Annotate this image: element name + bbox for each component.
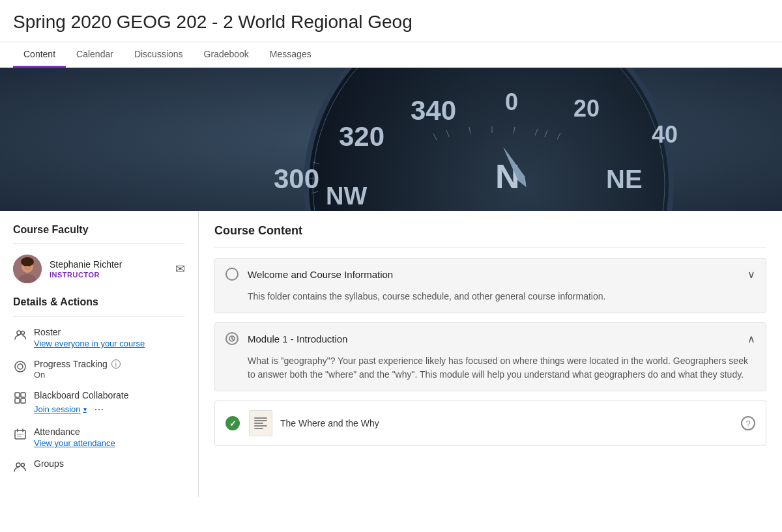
- item-doc-icon: [249, 410, 272, 436]
- folder-welcome-body: This folder contains the syllabus, cours…: [215, 290, 766, 313]
- svg-rect-37: [15, 393, 20, 397]
- attendance-content: Attendance View your attendance: [34, 427, 185, 448]
- svg-point-32: [29, 265, 30, 266]
- doc-line-5: [254, 428, 263, 429]
- roster-icon: [13, 328, 27, 342]
- tab-messages[interactable]: Messages: [259, 42, 322, 68]
- faculty-item: Stephanie Richter INSTRUCTOR ✉: [13, 255, 185, 283]
- folder-module1-title: Module 1 - Introduction: [248, 333, 747, 344]
- svg-point-47: [22, 464, 25, 467]
- content-area: Course Content Welcome and Course Inform…: [199, 211, 782, 497]
- bb-actions: Join session ▾ ···: [34, 402, 185, 416]
- progress-status: On: [34, 370, 45, 380]
- blackboard-icon: [13, 391, 27, 405]
- progress-info-icon[interactable]: i: [111, 359, 121, 369]
- svg-rect-38: [21, 393, 25, 397]
- folder-module1-chevron: ∧: [747, 333, 755, 345]
- roster-item: Roster View everyone in your course: [13, 327, 185, 348]
- item-help-icon[interactable]: ?: [741, 416, 755, 430]
- svg-text:N: N: [495, 158, 520, 195]
- folder-module1: Module 1 - Introduction ∧ What is "geogr…: [214, 322, 766, 391]
- groups-content: Groups: [34, 458, 185, 469]
- chevron-down-icon: ▾: [83, 406, 87, 413]
- module-icon-svg: [228, 335, 236, 343]
- tab-content[interactable]: Content: [13, 42, 66, 68]
- details-divider: [13, 316, 185, 316]
- progress-content: Progress Tracking i On: [34, 359, 185, 380]
- attendance-link[interactable]: View your attendance: [34, 438, 185, 448]
- banner-image: 300 320 340 0 20 40 NW N NE: [0, 68, 782, 211]
- doc-line-4: [254, 425, 267, 427]
- faculty-section-title: Course Faculty: [13, 224, 185, 236]
- attendance-icon: [13, 427, 27, 441]
- attendance-item: Attendance View your attendance: [13, 427, 185, 448]
- tab-calendar[interactable]: Calendar: [66, 42, 124, 68]
- attendance-label: Attendance: [34, 427, 185, 437]
- sidebar: Course Faculty: [0, 211, 199, 497]
- svg-rect-39: [15, 399, 20, 403]
- blackboard-content: Blackboard Collaborate Join session ▾ ··…: [34, 390, 185, 416]
- svg-text:20: 20: [573, 95, 600, 122]
- item-title-where-why: The Where and the Why: [280, 418, 741, 428]
- progress-label: Progress Tracking i: [34, 359, 185, 369]
- groups-icon: [13, 459, 27, 473]
- svg-text:NE: NE: [606, 165, 643, 193]
- compass-svg: 300 320 340 0 20 40 NW N NE: [0, 68, 782, 211]
- mail-icon[interactable]: ✉: [175, 262, 185, 276]
- doc-lines: [254, 416, 267, 430]
- svg-text:40: 40: [652, 121, 678, 148]
- svg-point-34: [22, 331, 25, 335]
- doc-line-2: [254, 420, 267, 421]
- roster-label: Roster: [34, 327, 185, 337]
- folder-welcome-icon: [225, 268, 239, 281]
- tab-gradebook[interactable]: Gradebook: [194, 42, 259, 68]
- folder-module1-icon: [225, 332, 239, 345]
- folder-module1-header[interactable]: Module 1 - Introduction ∧: [215, 323, 766, 354]
- svg-point-33: [17, 331, 21, 335]
- doc-line-1: [254, 417, 267, 419]
- avatar-svg: [13, 255, 42, 283]
- svg-line-50: [232, 339, 233, 340]
- groups-item: Groups: [13, 458, 185, 473]
- join-session-button[interactable]: Join session ▾: [34, 404, 87, 414]
- more-options-icon[interactable]: ···: [94, 402, 104, 416]
- folder-welcome-header[interactable]: Welcome and Course Information ∨: [215, 259, 766, 290]
- groups-label: Groups: [34, 458, 185, 469]
- svg-point-35: [15, 361, 25, 372]
- details-section: Details & Actions Roster View everyone i…: [13, 296, 185, 473]
- svg-text:0: 0: [505, 89, 518, 115]
- content-item-where-why[interactable]: ✓ The Where and the Why ?: [214, 400, 766, 446]
- details-title: Details & Actions: [13, 296, 185, 308]
- roster-link[interactable]: View everyone in your course: [34, 339, 185, 348]
- folder-welcome: Welcome and Course Information ∨ This fo…: [214, 258, 766, 313]
- faculty-role: INSTRUCTOR: [50, 271, 167, 279]
- tab-discussions[interactable]: Discussions: [124, 42, 194, 68]
- faculty-divider: [13, 244, 185, 244]
- svg-point-36: [18, 364, 23, 369]
- page-title: Spring 2020 GEOG 202 - 2 World Regional …: [13, 12, 769, 33]
- svg-text:NW: NW: [326, 182, 367, 210]
- faculty-name: Stephanie Richter: [50, 259, 167, 270]
- doc-line-3: [254, 423, 263, 424]
- avatar: [13, 255, 42, 283]
- folder-welcome-title: Welcome and Course Information: [248, 269, 747, 280]
- svg-rect-40: [21, 399, 25, 403]
- svg-text:320: 320: [339, 121, 384, 152]
- item-check-icon: ✓: [225, 416, 240, 430]
- svg-point-46: [16, 463, 20, 467]
- progress-item: Progress Tracking i On: [13, 359, 185, 380]
- roster-content: Roster View everyone in your course: [34, 327, 185, 348]
- svg-point-29: [21, 257, 34, 266]
- folder-welcome-chevron: ∨: [747, 268, 755, 281]
- main-layout: Course Faculty: [0, 211, 782, 497]
- content-divider: [214, 247, 766, 247]
- check-mark: ✓: [229, 419, 237, 428]
- folder-module1-body: What is "geography"? Your past experienc…: [215, 354, 766, 391]
- progress-icon: [13, 359, 27, 374]
- page-header: Spring 2020 GEOG 202 - 2 World Regional …: [0, 0, 782, 42]
- nav-tabs: Content Calendar Discussions Gradebook M…: [0, 42, 782, 68]
- content-title: Course Content: [214, 224, 766, 238]
- blackboard-label: Blackboard Collaborate: [34, 390, 185, 400]
- svg-text:340: 340: [411, 95, 456, 126]
- svg-point-31: [24, 265, 25, 266]
